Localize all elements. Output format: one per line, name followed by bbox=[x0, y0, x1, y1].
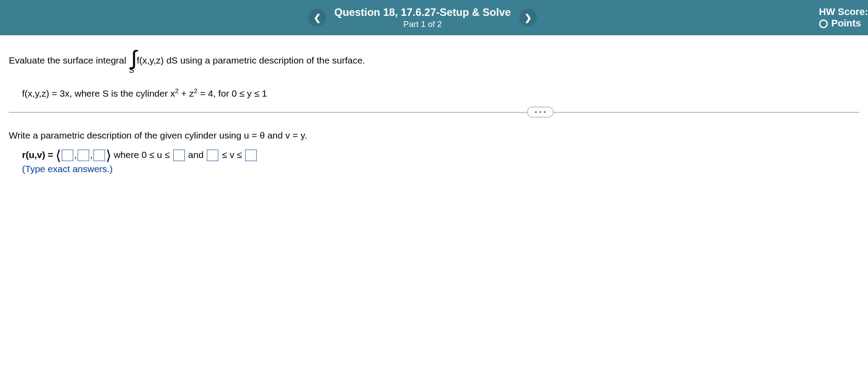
comma: , bbox=[74, 150, 77, 160]
comma: , bbox=[90, 150, 93, 160]
header-title-block: Question 18, 17.6.27-Setup & Solve Part … bbox=[334, 6, 511, 29]
ellipsis-icon bbox=[535, 111, 546, 113]
section-divider bbox=[9, 112, 859, 113]
text-segment: where 0 ≤ u ≤ bbox=[111, 150, 172, 160]
next-question-button[interactable]: ❯ bbox=[520, 9, 536, 26]
text-segment: and bbox=[186, 150, 206, 160]
hw-score-label: HW Score: bbox=[819, 6, 868, 18]
answer-input-3[interactable] bbox=[94, 150, 105, 161]
text-segment: f(x,y,z) = 3x, where S is the cylinder x bbox=[22, 88, 175, 98]
text-segment: f(x,y,z) dS using a parametric descripti… bbox=[137, 55, 365, 65]
chevron-right-icon: ❯ bbox=[524, 12, 532, 23]
double-integral-icon: ∫∫ S bbox=[129, 48, 134, 74]
question-statement-line2: f(x,y,z) = 3x, where S is the cylinder x… bbox=[22, 87, 859, 99]
angle-bracket-left-icon: ⟨ bbox=[56, 147, 61, 163]
text-segment: ≤ v ≤ bbox=[219, 150, 244, 160]
answer-hint: (Type exact answers.) bbox=[22, 164, 859, 174]
text-segment: = 4, for 0 ≤ y ≤ 1 bbox=[198, 88, 267, 98]
question-title: Question 18, 17.6.27-Setup & Solve bbox=[334, 6, 511, 19]
score-status-icon bbox=[819, 19, 828, 28]
text-segment: + z bbox=[179, 88, 194, 98]
integral-domain: S bbox=[129, 66, 134, 74]
answer-input-4[interactable] bbox=[173, 150, 185, 161]
superscript: 2 bbox=[175, 87, 179, 94]
answer-input-5[interactable] bbox=[207, 150, 218, 161]
chevron-left-icon: ❮ bbox=[314, 12, 321, 23]
score-block: HW Score: Points bbox=[819, 0, 868, 35]
answer-input-2[interactable] bbox=[78, 150, 89, 161]
expand-button[interactable] bbox=[527, 107, 554, 117]
text-segment: Evaluate the surface integral bbox=[9, 55, 126, 65]
angle-bracket-right-icon: ⟩ bbox=[106, 147, 111, 163]
answer-prompt: Write a parametric description of the gi… bbox=[9, 130, 859, 141]
answer-input-6[interactable] bbox=[245, 150, 257, 161]
r-label: r(u,v) = bbox=[22, 150, 56, 160]
question-content: Evaluate the surface integral ∫∫ S f(x,y… bbox=[0, 35, 868, 174]
answer-row: r(u,v) = ⟨,,⟩ where 0 ≤ u ≤ and ≤ v ≤ (T… bbox=[22, 150, 859, 174]
question-header: ❮ Question 18, 17.6.27-Setup & Solve Par… bbox=[0, 0, 868, 35]
prev-question-button[interactable]: ❮ bbox=[309, 9, 326, 26]
question-part: Part 1 of 2 bbox=[334, 19, 511, 29]
answer-input-1[interactable] bbox=[62, 150, 73, 161]
points-label: Points bbox=[831, 18, 861, 29]
question-statement-line1: Evaluate the surface integral ∫∫ S f(x,y… bbox=[9, 48, 859, 74]
superscript: 2 bbox=[194, 87, 197, 94]
